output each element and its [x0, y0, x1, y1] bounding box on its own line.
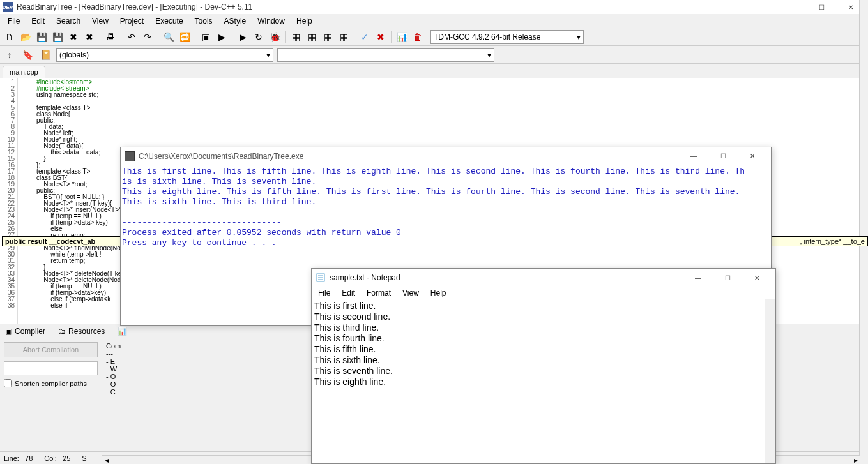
minimize-button[interactable]: —	[777, 0, 807, 14]
tab-more[interactable]: 📊	[115, 326, 130, 337]
separator	[354, 31, 354, 43]
separator	[158, 31, 158, 43]
menu-window[interactable]: Window	[252, 15, 290, 27]
separator	[232, 31, 232, 43]
new-file-icon[interactable]: 🗋	[3, 30, 17, 44]
notepad-textarea[interactable]: This is first line.This is second line.T…	[312, 299, 775, 463]
compiler-select[interactable]: TDM-GCC 4.9.2 64-bit Release ▾	[430, 30, 584, 44]
np-menu-view[interactable]: View	[397, 287, 424, 299]
menu-astyle[interactable]: AStyle	[219, 15, 252, 27]
compiler-icon: ▣	[5, 327, 12, 336]
menu-file[interactable]: File	[3, 15, 25, 27]
notepad-minimize[interactable]: —	[683, 271, 713, 285]
scope-select[interactable]: (globals) ▾	[56, 48, 273, 62]
np-menu-help[interactable]: Help	[425, 287, 452, 299]
close-file-icon[interactable]: ✖	[66, 30, 80, 44]
close-all-icon[interactable]: ✖	[82, 30, 96, 44]
abort-button[interactable]: Abort Compilation	[4, 342, 98, 357]
notepad-close[interactable]: ✕	[742, 271, 772, 285]
error-icon[interactable]: ✖	[374, 30, 388, 44]
np-menu-file[interactable]: File	[313, 287, 335, 299]
fold-column	[18, 78, 27, 324]
separator	[285, 31, 286, 43]
compile-progress	[4, 361, 98, 375]
menubar: File Edit Search View Project Execute To…	[0, 14, 868, 28]
line-gutter: 1234567891011121516171819202122232425262…	[0, 78, 18, 324]
shorten-paths-checkbox[interactable]	[4, 379, 12, 387]
trash-icon[interactable]: 🗑	[411, 30, 425, 44]
status-sel: S	[82, 454, 86, 462]
find-icon[interactable]: 🔍	[162, 30, 176, 44]
separator	[121, 31, 121, 43]
console-close[interactable]: ✕	[738, 149, 767, 163]
separator	[195, 31, 195, 43]
redo-icon[interactable]: ↷	[141, 30, 155, 44]
separator	[391, 31, 392, 43]
console-title: C:\Users\Xerox\Documents\ReadBinaryTree.…	[139, 152, 679, 161]
titlebar: DEV ReadBinaryTree - [ReadBinaryTree.dev…	[0, 0, 868, 14]
menu-tools[interactable]: Tools	[190, 15, 218, 27]
check-icon[interactable]: ✓	[358, 30, 372, 44]
grid2-icon[interactable]: ▦	[305, 30, 319, 44]
window-controls: — ☐ ✕	[777, 0, 865, 14]
file-tab-main[interactable]: main.cpp	[3, 66, 45, 78]
separator	[100, 31, 100, 43]
status-col: 25	[63, 454, 70, 462]
goto-icon[interactable]: ↕	[3, 48, 17, 62]
save-icon[interactable]: 💾	[34, 30, 49, 44]
book-icon[interactable]: 📔	[38, 48, 52, 62]
compile-run-icon[interactable]: ▶	[236, 30, 250, 44]
notepad-title: sample.txt - Notepad	[330, 273, 683, 282]
print-icon[interactable]: 🖶	[103, 30, 118, 44]
console-minimize[interactable]: —	[679, 149, 708, 163]
window-title: ReadBinaryTree - [ReadBinaryTree.dev] - …	[17, 3, 777, 11]
shorten-paths-check[interactable]: Shorten compiler paths	[4, 379, 98, 387]
console-titlebar: C:\Users\Xerox\Documents\ReadBinaryTree.…	[121, 147, 771, 165]
chevron-down-icon: ▾	[577, 33, 581, 41]
rebuild-icon[interactable]: ↻	[252, 30, 266, 44]
member-select[interactable]: ▾	[277, 48, 494, 62]
toolbar-main: 🗋 📂 💾 💾 ✖ ✖ 🖶 ↶ ↷ 🔍 🔁 ▣ ▶ ▶ ↻ 🐞 ▦ ▦ ▦ ▦ …	[0, 28, 868, 46]
menu-execute[interactable]: Execute	[150, 15, 188, 27]
console-maximize[interactable]: ☐	[708, 149, 738, 163]
console-icon	[125, 151, 135, 161]
notepad-maximize[interactable]: ☐	[713, 271, 742, 285]
tab-compiler[interactable]: ▣ Compiler	[3, 326, 48, 337]
compile-controls: Abort Compilation Shorten compiler paths	[0, 338, 102, 451]
chevron-down-icon: ▾	[266, 50, 270, 59]
notepad-icon	[316, 273, 326, 283]
replace-icon[interactable]: 🔁	[178, 30, 192, 44]
notepad-menubar: File Edit Format View Help	[312, 287, 775, 299]
tab-resources[interactable]: 🗂 Resources	[56, 326, 107, 337]
run-icon[interactable]: ▶	[215, 30, 229, 44]
chart-icon[interactable]: 📊	[395, 30, 409, 44]
bookmark-icon[interactable]: 🔖	[20, 48, 34, 62]
grid3-icon[interactable]: ▦	[321, 30, 335, 44]
scrollbar-vertical[interactable]	[859, 0, 868, 455]
menu-help[interactable]: Help	[291, 15, 317, 27]
debug-icon[interactable]: 🐞	[268, 30, 282, 44]
maximize-button[interactable]: ☐	[807, 0, 836, 14]
grid1-icon[interactable]: ▦	[289, 30, 303, 44]
chart-icon: 📊	[118, 327, 127, 336]
notepad-window: sample.txt - Notepad — ☐ ✕ File Edit For…	[311, 268, 776, 464]
resources-icon: 🗂	[58, 327, 66, 336]
app-icon: DEV	[3, 2, 13, 12]
status-line: 78	[25, 454, 33, 462]
open-file-icon[interactable]: 📂	[19, 30, 33, 44]
notepad-scrollbar[interactable]	[765, 299, 775, 463]
menu-search[interactable]: Search	[51, 15, 86, 27]
file-tab-bar: main.cpp	[0, 64, 868, 78]
grid4-icon[interactable]: ▦	[337, 30, 351, 44]
undo-icon[interactable]: ↶	[125, 30, 139, 44]
notepad-titlebar: sample.txt - Notepad — ☐ ✕	[312, 269, 775, 287]
menu-project[interactable]: Project	[115, 15, 149, 27]
np-menu-edit[interactable]: Edit	[337, 287, 360, 299]
save-all-icon[interactable]: 💾	[50, 30, 65, 44]
np-menu-format[interactable]: Format	[362, 287, 396, 299]
compile-icon[interactable]: ▣	[199, 30, 213, 44]
menu-edit[interactable]: Edit	[26, 15, 50, 27]
menu-view[interactable]: View	[87, 15, 114, 27]
chevron-down-icon: ▾	[487, 50, 491, 59]
compiler-select-text: TDM-GCC 4.9.2 64-bit Release	[434, 33, 540, 41]
